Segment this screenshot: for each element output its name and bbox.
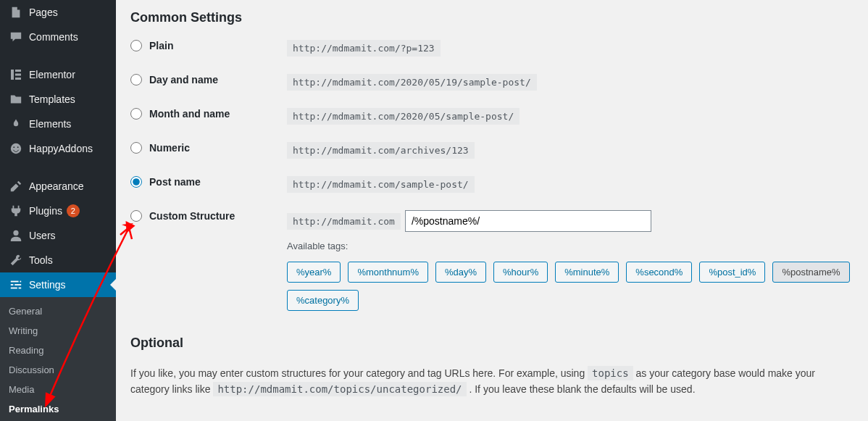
svg-rect-2 xyxy=(15,74,21,76)
sidebar-item-label: Comments xyxy=(29,31,78,43)
sidebar-item-label: Users xyxy=(29,230,56,241)
radio-input-postname[interactable] xyxy=(130,176,142,188)
templates-icon xyxy=(9,92,23,107)
sidebar-item-pages[interactable]: Pages xyxy=(0,0,116,25)
radio-postname[interactable]: Post name xyxy=(130,176,287,188)
plugins-icon xyxy=(9,204,23,218)
svg-point-6 xyxy=(17,146,19,148)
svg-rect-11 xyxy=(14,284,21,285)
example-url: http://mdmamit.com/sample-post/ xyxy=(287,176,475,193)
sidebar-item-label: Appearance xyxy=(29,180,84,192)
radio-label: Day and name xyxy=(149,74,218,86)
radio-label: Numeric xyxy=(149,142,190,154)
permalink-option-dayname: Day and name http://mdmamit.com/2020/05/… xyxy=(130,74,854,91)
radio-plain[interactable]: Plain xyxy=(130,40,287,51)
svg-rect-3 xyxy=(15,78,21,80)
permalink-option-custom: Custom Structure http://mdmamit.com Avai… xyxy=(130,210,854,311)
svg-rect-8 xyxy=(11,281,19,283)
appearance-icon xyxy=(9,179,23,193)
sidebar-item-label: Elements xyxy=(29,118,71,130)
example-url: http://mdmamit.com/2020/05/sample-post/ xyxy=(287,108,519,125)
svg-point-5 xyxy=(13,146,14,148)
example-url: http://mdmamit.com/2020/05/19/sample-pos… xyxy=(287,74,537,91)
permalink-option-numeric: Numeric http://mdmamit.com/archives/123 xyxy=(130,142,854,159)
permalink-option-monthname: Month and name http://mdmamit.com/2020/0… xyxy=(130,108,854,125)
sidebar-item-elements[interactable]: Elements xyxy=(0,112,116,136)
sidebar-item-appearance[interactable]: Appearance xyxy=(0,174,116,199)
example-url: http://mdmamit.com/?p=123 xyxy=(287,40,441,57)
available-tags: %year%%monthnum%%day%%hour%%minute%%seco… xyxy=(287,262,854,311)
tag-button[interactable]: %hour% xyxy=(493,262,548,283)
svg-rect-13 xyxy=(19,288,22,289)
sidebar-item-comments[interactable]: Comments xyxy=(0,25,116,49)
tag-button[interactable]: %day% xyxy=(435,262,486,283)
sidebar-item-plugins[interactable]: Plugins 2 xyxy=(0,199,116,223)
radio-input-custom[interactable] xyxy=(130,210,142,222)
section-title-optional: Optional xyxy=(130,335,854,351)
tag-button[interactable]: %monthnum% xyxy=(348,262,428,283)
subitem-general[interactable]: General xyxy=(0,301,116,321)
settings-submenu: General Writing Reading Discussion Media… xyxy=(0,297,116,421)
plugin-update-badge: 2 xyxy=(67,204,80,217)
custom-prefix: http://mdmamit.com xyxy=(287,213,401,230)
sidebar-item-label: Plugins xyxy=(29,205,62,217)
svg-rect-12 xyxy=(11,288,17,289)
radio-input-numeric[interactable] xyxy=(130,142,142,154)
permalink-option-plain: Plain http://mdmamit.com/?p=123 xyxy=(130,40,854,57)
radio-custom[interactable]: Custom Structure xyxy=(130,210,287,222)
radio-label: Month and name xyxy=(149,108,230,120)
tag-button[interactable]: %postname% xyxy=(772,262,849,283)
subitem-permalinks[interactable]: Permalinks xyxy=(0,399,116,419)
sidebar-item-label: HappyAddons xyxy=(29,143,93,154)
permalink-option-postname: Post name http://mdmamit.com/sample-post… xyxy=(130,176,854,193)
sidebar-item-label: Templates xyxy=(29,93,75,105)
radio-dayname[interactable]: Day and name xyxy=(130,74,287,86)
subitem-media[interactable]: Media xyxy=(0,380,116,399)
tag-button[interactable]: %category% xyxy=(287,290,359,311)
radio-input-dayname[interactable] xyxy=(130,74,142,86)
users-icon xyxy=(9,228,23,243)
sidebar-item-users[interactable]: Users xyxy=(0,223,116,248)
available-tags-label: Available tags: xyxy=(287,241,854,251)
optional-help-text: If you like, you may enter custom struct… xyxy=(130,365,854,398)
tag-button[interactable]: %post_id% xyxy=(699,262,765,283)
sidebar-item-happyaddons[interactable]: HappyAddons xyxy=(0,136,116,161)
sidebar-item-label: Tools xyxy=(29,254,53,266)
subitem-reading[interactable]: Reading xyxy=(0,341,116,360)
radio-numeric[interactable]: Numeric xyxy=(130,142,287,154)
sidebar-item-elementor[interactable]: Elementor xyxy=(0,62,116,87)
section-title-common: Common Settings xyxy=(130,10,854,25)
tag-button[interactable]: %minute% xyxy=(555,262,619,283)
example-url: http://mdmamit.com/archives/123 xyxy=(287,142,475,159)
svg-point-7 xyxy=(13,230,18,235)
radio-input-monthname[interactable] xyxy=(130,108,142,120)
sidebar-item-label: Settings xyxy=(29,279,66,291)
tag-button[interactable]: %second% xyxy=(626,262,692,283)
radio-input-plain[interactable] xyxy=(130,40,142,51)
svg-rect-1 xyxy=(15,70,21,72)
pages-icon xyxy=(9,5,23,20)
sidebar-item-templates[interactable]: Templates xyxy=(0,87,116,112)
main-content: Common Settings Plain http://mdmamit.com… xyxy=(116,0,868,421)
admin-sidebar: Pages Comments Elementor Templates Eleme… xyxy=(0,0,116,421)
subitem-discussion[interactable]: Discussion xyxy=(0,360,116,380)
comments-icon xyxy=(9,30,23,44)
help-code-url: http://mdmamit.com/topics/uncategorized/ xyxy=(213,382,466,396)
radio-monthname[interactable]: Month and name xyxy=(130,108,287,120)
help-code-topics: topics xyxy=(588,366,633,380)
radio-label: Custom Structure xyxy=(149,210,235,222)
elementor-icon xyxy=(9,67,23,82)
sidebar-item-label: Pages xyxy=(29,7,58,18)
subitem-writing[interactable]: Writing xyxy=(0,321,116,341)
sidebar-item-settings[interactable]: Settings xyxy=(0,272,116,297)
tools-icon xyxy=(9,253,23,267)
settings-icon xyxy=(9,278,23,292)
tag-button[interactable]: %year% xyxy=(287,262,341,283)
sidebar-item-label: Elementor xyxy=(29,69,75,80)
custom-structure-input[interactable] xyxy=(405,210,651,232)
elements-icon xyxy=(9,117,23,131)
radio-label: Plain xyxy=(149,40,173,51)
sidebar-item-tools[interactable]: Tools xyxy=(0,248,116,272)
svg-point-4 xyxy=(11,143,21,154)
svg-rect-0 xyxy=(11,70,14,80)
